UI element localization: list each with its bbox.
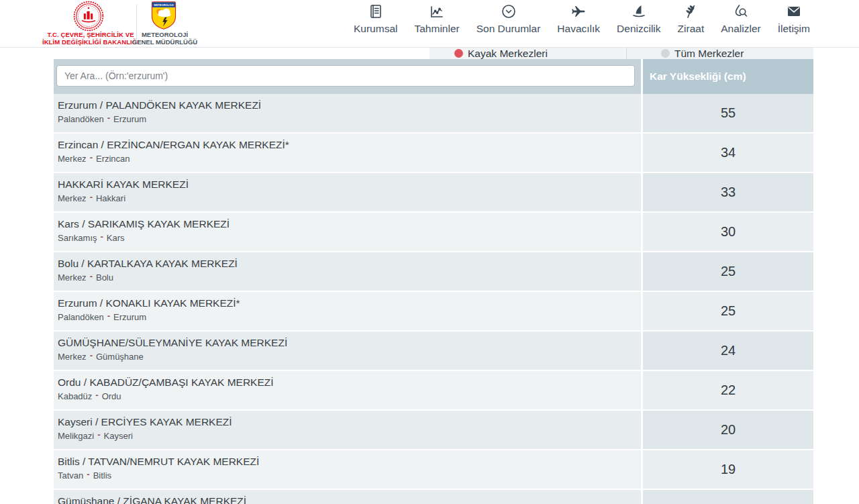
- nav-label: Son Durumlar: [476, 23, 541, 35]
- nav-item-kurumsal[interactable]: Kurumsal: [354, 3, 397, 44]
- nav-label: İletişim: [778, 23, 810, 35]
- table-row[interactable]: HAKKARİ KAYAK MERKEZİ Merkez-Hakkari 33: [54, 173, 813, 211]
- drop-magnifier-icon: [733, 3, 749, 19]
- nav-label: Tahminler: [414, 23, 459, 35]
- station-location: Melikgazi-Kayseri: [58, 431, 641, 441]
- nav-item-iletisim[interactable]: İletişim: [778, 3, 810, 44]
- table-header-row: Kar Yüksekliği (cm): [54, 59, 813, 94]
- dash-separator: -: [97, 430, 100, 440]
- station-title: Bolu / KARTALKAYA KAYAK MERKEZİ: [58, 258, 641, 270]
- station-location: Merkez-Hakkari: [58, 193, 641, 203]
- snow-depth-value: 22: [643, 371, 813, 409]
- filter-strip: Kayak Merkezleri Tüm Merkezler: [0, 48, 859, 59]
- journal-icon: [368, 3, 384, 19]
- station-title: Kars / SARIKAMIŞ KAYAK MERKEZİ: [58, 218, 641, 230]
- plane-icon: [570, 3, 587, 19]
- nav-label: Analizler: [721, 23, 760, 35]
- dash-separator: -: [101, 232, 103, 242]
- nav-item-havacilik[interactable]: Havacılık: [557, 3, 600, 44]
- station-title: Kayseri / ERCİYES KAYAK MERKEZİ: [58, 416, 641, 428]
- snow-depth-value: 19: [643, 450, 813, 489]
- nav-item-denizcilik[interactable]: Denizcilik: [617, 3, 660, 44]
- station-title: GÜMÜŞHANE/SÜLEYMANİYE KAYAK MERKEZİ: [58, 337, 641, 349]
- station-location: Tatvan-Bitlis: [58, 470, 641, 481]
- radio-kayak-merkezleri[interactable]: Kayak Merkezleri: [454, 48, 548, 59]
- station-location: Merkez-Erzincan: [58, 154, 641, 164]
- station-title: Ordu / KABADÜZ/ÇAMBAŞI KAYAK MERKEZİ: [58, 376, 641, 389]
- snow-table: Kar Yüksekliği (cm) Erzurum / PALANDÖKEN…: [54, 59, 813, 504]
- station-location: Palandöken-Erzurum: [58, 312, 641, 322]
- snow-depth-value: [643, 490, 813, 504]
- nav-label: Kurumsal: [354, 23, 397, 35]
- wheat-icon: [683, 3, 699, 19]
- station-title: Bitlis / TATVAN/NEMRUT KAYAK MERKEZİ: [58, 456, 641, 468]
- sailboat-icon: [631, 3, 647, 19]
- table-body: Erzurum / PALANDÖKEN KAYAK MERKEZİ Palan…: [54, 94, 813, 504]
- station-title: Erzurum / PALANDÖKEN KAYAK MERKEZİ: [58, 99, 641, 111]
- radio-label: Tüm Merkezler: [674, 48, 744, 60]
- table-row[interactable]: Erzurum / KONAKLI KAYAK MERKEZİ* Palandö…: [54, 292, 813, 330]
- nav-item-son-durumlar[interactable]: Son Durumlar: [476, 3, 541, 44]
- nav-item-ziraat[interactable]: Ziraat: [678, 3, 705, 44]
- table-row[interactable]: Gümüşhane / ZİGANA KAYAK MERKEZİ: [54, 490, 813, 504]
- station-title: Erzincan / ERZİNCAN/ERGAN KAYAK MERKEZİ*: [58, 139, 641, 151]
- dash-separator: -: [90, 152, 93, 162]
- dash-separator: -: [90, 192, 93, 202]
- nav-label: Havacılık: [557, 23, 600, 35]
- snow-depth-value: 55: [643, 94, 813, 132]
- dash-separator: -: [107, 311, 110, 321]
- radio-label: Kayak Merkezleri: [468, 48, 548, 60]
- search-input[interactable]: [56, 65, 635, 87]
- station-location: Merkez-Gümüşhane: [58, 352, 641, 362]
- station-location: Merkez-Bolu: [58, 272, 641, 283]
- station-title: Erzurum / KONAKLI KAYAK MERKEZİ*: [58, 297, 641, 309]
- table-row[interactable]: Kars / SARIKAMIŞ KAYAK MERKEZİ Sarıkamış…: [54, 213, 813, 251]
- nav-item-tahminler[interactable]: Tahminler: [414, 3, 459, 44]
- table-row[interactable]: Erzincan / ERZİNCAN/ERGAN KAYAK MERKEZİ*…: [54, 134, 813, 172]
- snow-depth-value: 20: [643, 411, 813, 449]
- radio-selected-dot: [454, 49, 463, 58]
- dash-separator: -: [90, 271, 93, 281]
- search-cell: [54, 59, 641, 94]
- nav-label: Denizcilik: [617, 23, 660, 35]
- table-row[interactable]: Ordu / KABADÜZ/ÇAMBAŞI KAYAK MERKEZİ Kab…: [54, 371, 813, 409]
- nav-label: Ziraat: [678, 23, 705, 35]
- nav-item-analizler[interactable]: Analizler: [721, 3, 760, 44]
- value-column-header: Kar Yüksekliği (cm): [643, 59, 813, 94]
- table-row[interactable]: GÜMÜŞHANE/SÜLEYMANİYE KAYAK MERKEZİ Merk…: [54, 332, 813, 370]
- dash-separator: -: [107, 113, 110, 123]
- snow-depth-value: 34: [643, 134, 813, 172]
- snow-depth-value: 24: [643, 332, 813, 370]
- snow-depth-value: 33: [643, 173, 813, 211]
- snow-depth-value: 30: [643, 213, 813, 251]
- station-location: Palandöken-Erzurum: [58, 114, 641, 124]
- dash-separator: -: [87, 469, 89, 479]
- snow-depth-value: 25: [643, 252, 813, 291]
- table-row[interactable]: Kayseri / ERCİYES KAYAK MERKEZİ Melikgaz…: [54, 411, 813, 449]
- main-nav: Kurumsal Tahminler Son Durumlar Havacılı…: [354, 3, 810, 44]
- dash-separator: -: [95, 390, 98, 400]
- mgm-shield-icon: METEOROLOJİ: [150, 1, 177, 30]
- svg-text:METEOROLOJİ: METEOROLOJİ: [154, 3, 173, 7]
- envelope-icon: [786, 3, 802, 19]
- table-row[interactable]: Erzurum / PALANDÖKEN KAYAK MERKEZİ Palan…: [54, 94, 813, 132]
- radio-tum-merkezler[interactable]: Tüm Merkezler: [661, 48, 744, 59]
- mgm-name: METEOROLOJİ GENEL MÜDÜRLÜĞÜ: [123, 31, 207, 46]
- circle-chevron-icon: [501, 3, 517, 19]
- dash-separator: -: [90, 350, 93, 360]
- radio-unselected-dot: [661, 49, 670, 58]
- table-row[interactable]: Bitlis / TATVAN/NEMRUT KAYAK MERKEZİ Tat…: [54, 450, 813, 489]
- snow-depth-value: 25: [643, 292, 813, 330]
- station-title: Gümüşhane / ZİGANA KAYAK MERKEZİ: [58, 495, 641, 504]
- station-location: Kabadüz-Ordu: [58, 391, 641, 401]
- station-title: HAKKARİ KAYAK MERKEZİ: [58, 179, 641, 191]
- station-location: Sarıkamış-Kars: [58, 233, 641, 243]
- header: T.C. ÇEVRE, ŞEHİRCİLİK VE İKLİM DEĞİŞİKL…: [0, 0, 859, 48]
- table-row[interactable]: Bolu / KARTALKAYA KAYAK MERKEZİ Merkez-B…: [54, 252, 813, 291]
- forecast-chart-icon: [429, 3, 445, 19]
- ministry-emblem-icon: [73, 1, 104, 32]
